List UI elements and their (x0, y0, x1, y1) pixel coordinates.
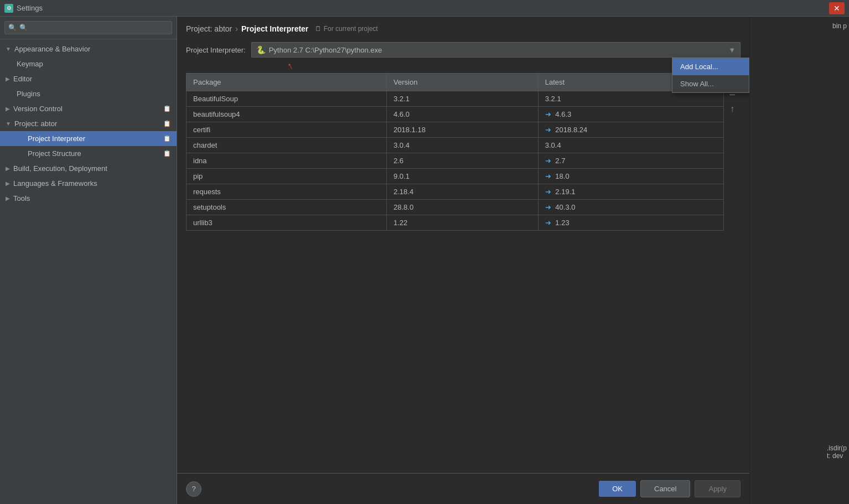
expand-arrow-icon: ▶ (6, 76, 10, 82)
table-row[interactable]: chardet3.0.43.0.4 (187, 138, 724, 153)
table-row[interactable]: certifi2018.1.18➜ 2018.8.24 (187, 122, 724, 138)
package-latest: ➜ 40.3.0 (538, 200, 723, 215)
sidebar-item-appearance[interactable]: ▼ Appearance & Behavior (0, 41, 177, 56)
main-layout: 🔍 ▼ Appearance & Behavior Keymap ▶ Edito… (0, 17, 849, 504)
interpreter-value: Python 2.7 C:\Python27\python.exe (269, 46, 382, 54)
sidebar-item-label: Languages & Frameworks (13, 179, 97, 188)
table-row[interactable]: urllib31.22➜ 1.23 (187, 215, 724, 231)
help-button[interactable]: ? (186, 481, 201, 497)
sidebar-item-label: Keymap (17, 60, 43, 68)
package-latest: ➜ 2018.8.24 (538, 122, 723, 138)
breadcrumb-page: Project Interpreter (241, 24, 308, 33)
package-version: 1.22 (387, 215, 539, 231)
package-latest: 3.0.4 (538, 138, 723, 153)
breadcrumb: Project: abtor › Project Interpreter 🗒 F… (177, 17, 749, 38)
expand-arrow-icon: ▶ (6, 106, 10, 112)
sidebar-item-label: Version Control (13, 105, 63, 113)
package-name: setuptools (187, 200, 387, 215)
expand-arrow-icon: ▼ (6, 46, 11, 52)
sidebar-item-project-structure[interactable]: Project Structure 📋 (0, 146, 177, 161)
interpreter-label: Project Interpreter: (186, 46, 246, 54)
upgrade-package-button[interactable]: ↑ (726, 103, 738, 115)
close-button[interactable]: ✕ (829, 2, 845, 14)
red-arrow-annotation: ↑ (285, 60, 295, 72)
package-name: certifi (187, 122, 387, 138)
col-package: Package (187, 74, 387, 91)
search-box: 🔍 (0, 17, 177, 39)
ok-button[interactable]: OK (599, 481, 636, 497)
update-arrow-icon: ➜ (545, 203, 553, 211)
sidebar-item-editor[interactable]: ▶ Editor (0, 71, 177, 86)
sidebar-item-label: Appearance & Behavior (14, 45, 90, 53)
package-version: 2.18.4 (387, 184, 539, 200)
table-row[interactable]: pip9.0.1➜ 18.0 (187, 169, 724, 184)
right-panel: bin p .isdir(p t: dev (749, 17, 849, 504)
package-name: idna (187, 153, 387, 169)
breadcrumb-sep: › (235, 24, 238, 33)
right-panel-line2: t: dev (827, 452, 847, 460)
expand-arrow-icon: ▶ (6, 195, 10, 201)
title-bar: ⚙ Settings ✕ (0, 0, 849, 17)
package-latest: ➜ 18.0 (538, 169, 723, 184)
copy-icon: 📋 (163, 120, 171, 127)
search-input[interactable] (4, 21, 172, 34)
update-arrow-icon: ➜ (545, 219, 553, 227)
sidebar-item-project-interpreter[interactable]: Project Interpreter ➤ 📋 (0, 131, 177, 146)
table-row[interactable]: BeautifulSoup3.2.13.2.1 (187, 91, 724, 107)
package-name: beautifulsoup4 (187, 107, 387, 122)
table-row[interactable]: idna2.6➜ 2.7 (187, 153, 724, 169)
expand-arrow-icon: ▼ (6, 121, 11, 127)
expand-arrow-icon: ▶ (6, 180, 10, 186)
sidebar-item-plugins[interactable]: Plugins (0, 86, 177, 101)
package-latest: 3.2.1 (538, 91, 723, 107)
package-name: urllib3 (187, 215, 387, 231)
apply-button[interactable]: Apply (695, 480, 741, 497)
sidebar: 🔍 ▼ Appearance & Behavior Keymap ▶ Edito… (0, 17, 177, 504)
sidebar-item-languages[interactable]: ▶ Languages & Frameworks (0, 176, 177, 191)
search-icon: 🔍 (8, 24, 17, 32)
table-row[interactable]: beautifulsoup44.6.0➜ 4.6.3 (187, 107, 724, 122)
package-latest: ➜ 1.23 (538, 215, 723, 231)
package-name: requests (187, 184, 387, 200)
package-name: pip (187, 169, 387, 184)
package-version: 2.6 (387, 153, 539, 169)
sidebar-item-build[interactable]: ▶ Build, Execution, Deployment (0, 161, 177, 176)
sidebar-item-version-control[interactable]: ▶ Version Control 📋 (0, 101, 177, 116)
table-row[interactable]: requests2.18.4➜ 2.19.1 (187, 184, 724, 200)
interpreter-row: Project Interpreter: 🐍 Python 2.7 C:\Pyt… (177, 38, 749, 62)
right-panel-bottom: .isdir(p t: dev (827, 444, 847, 460)
table-row[interactable]: setuptools28.8.0➜ 40.3.0 (187, 200, 724, 215)
package-latest: ➜ 2.19.1 (538, 184, 723, 200)
app-icon: ⚙ (4, 4, 13, 13)
sidebar-item-keymap[interactable]: Keymap (0, 56, 177, 71)
sidebar-item-label: Project Interpreter (28, 134, 85, 143)
package-latest: ➜ 2.7 (538, 153, 723, 169)
show-all-item[interactable]: Show All... (672, 75, 749, 92)
copy-icon: 📋 (163, 135, 171, 142)
chevron-down-icon: ▼ (728, 46, 736, 54)
package-version: 28.8.0 (387, 200, 539, 215)
update-arrow-icon: ➜ (545, 188, 553, 196)
update-arrow-icon: ➜ (545, 172, 553, 180)
package-version: 3.0.4 (387, 138, 539, 153)
packages-table: Package Version Latest BeautifulSoup3.2.… (186, 73, 724, 473)
expand-arrow-icon: ▶ (6, 165, 10, 172)
dialog-content: Project: abtor › Project Interpreter 🗒 F… (177, 17, 749, 504)
interpreter-select[interactable]: 🐍 Python 2.7 C:\Python27\python.exe ▼ (251, 42, 741, 58)
package-name: chardet (187, 138, 387, 153)
table-wrapper: Package Version Latest BeautifulSoup3.2.… (177, 73, 749, 473)
add-local-item[interactable]: Add Local... (672, 58, 749, 75)
col-version: Version (387, 74, 539, 91)
cancel-button[interactable]: Cancel (640, 480, 690, 497)
update-arrow-icon: ➜ (545, 110, 553, 118)
sidebar-item-tools[interactable]: ▶ Tools (0, 191, 177, 206)
window-title: Settings (17, 4, 43, 12)
update-arrow-icon: ➜ (545, 157, 553, 165)
right-panel-top: bin p (832, 22, 847, 30)
breadcrumb-project: Project: abtor (186, 24, 232, 33)
right-panel-line1: .isdir(p (827, 444, 847, 452)
sidebar-item-project[interactable]: ▼ Project: abtor 📋 (0, 116, 177, 131)
python-icon: 🐍 (256, 45, 266, 54)
interpreter-dropdown: Add Local... Show All... (672, 58, 749, 93)
table-side-buttons: + − ↑ (724, 73, 741, 473)
